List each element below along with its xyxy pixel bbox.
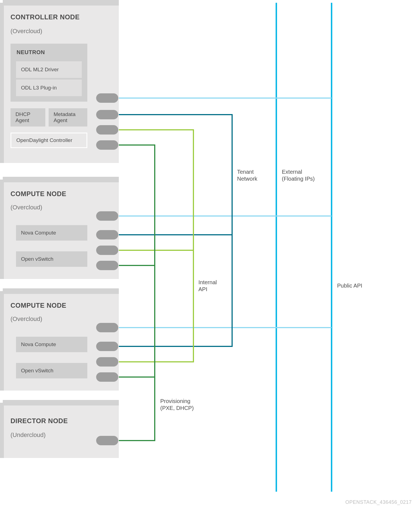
director-shadow xyxy=(3,400,119,405)
director-subtitle: (Undercloud) xyxy=(11,431,46,439)
compute1-title: COMPUTE NODE xyxy=(11,190,66,198)
controller-port-tenant xyxy=(96,110,118,119)
opendaylight-controller: OpenDaylight Controller xyxy=(11,133,87,148)
compute2-ovs: Open vSwitch xyxy=(16,363,87,378)
public-api-label: Public API xyxy=(337,282,362,289)
compute2-subtitle: (Overcloud) xyxy=(11,315,42,323)
internal-api-label: Internal API xyxy=(198,279,217,293)
neutron-l3: ODL L3 Plug-in xyxy=(16,80,82,96)
controller-shadow-side xyxy=(0,3,4,163)
compute2-port-internal xyxy=(96,357,118,367)
controller-subtitle: (Overcloud) xyxy=(11,28,42,35)
provisioning-label: Provisioning (PXE, DHCP) xyxy=(160,398,194,412)
compute2-shadow xyxy=(3,288,119,294)
controller-title: CONTROLLER NODE xyxy=(11,13,80,21)
dhcp-agent: DHCP Agent xyxy=(11,108,45,127)
compute1-ovs: Open vSwitch xyxy=(16,251,87,267)
compute1-port-internal xyxy=(96,246,118,255)
tenant-label: Tenant Network xyxy=(237,168,257,182)
controller-port-prov xyxy=(96,140,118,150)
compute1-port-tenant xyxy=(96,230,118,239)
neutron-title: NEUTRON xyxy=(17,49,45,56)
compute1-shadow-side xyxy=(0,180,4,279)
compute1-subtitle: (Overcloud) xyxy=(11,204,42,211)
compute2-port-tenant xyxy=(96,342,118,351)
controller-shadow xyxy=(3,0,119,6)
compute1-port-external xyxy=(96,211,118,221)
compute1-nova: Nova Compute xyxy=(16,225,87,241)
metadata-agent: Metadata Agent xyxy=(49,108,87,127)
compute2-title: COMPUTE NODE xyxy=(11,302,66,309)
compute2-nova: Nova Compute xyxy=(16,337,87,352)
compute2-port-external xyxy=(96,323,118,332)
neutron-ml2: ODL ML2 Driver xyxy=(16,61,82,78)
compute2-port-prov xyxy=(96,372,118,382)
controller-port-internal xyxy=(96,125,118,135)
director-title: DIRECTOR NODE xyxy=(11,417,68,425)
external-label: External (Floating IPs) xyxy=(282,168,315,182)
compute1-shadow xyxy=(3,177,119,182)
compute1-port-prov xyxy=(96,261,118,270)
footer-id: OPENSTACK_436456_0217 xyxy=(345,499,412,505)
controller-port-external xyxy=(96,93,118,103)
compute2-shadow-side xyxy=(0,291,4,391)
director-shadow-side xyxy=(0,403,4,458)
director-port-prov xyxy=(96,436,118,445)
